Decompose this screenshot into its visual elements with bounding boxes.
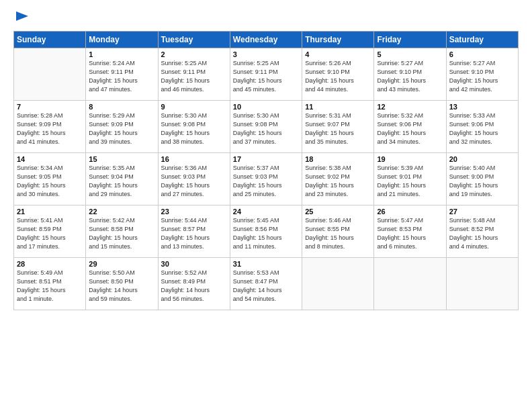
calendar-cell: 3Sunrise: 5:25 AMSunset: 9:11 PMDaylight…	[230, 48, 302, 100]
day-number: 15	[89, 155, 154, 163]
day-info: Sunrise: 5:45 AMSunset: 8:56 PMDaylight:…	[233, 216, 299, 251]
svg-marker-0	[16, 11, 28, 21]
day-number: 30	[161, 260, 227, 268]
calendar-cell: 27Sunrise: 5:48 AMSunset: 8:52 PMDayligh…	[446, 205, 518, 257]
day-info: Sunrise: 5:25 AMSunset: 9:11 PMDaylight:…	[233, 59, 299, 94]
day-number: 31	[233, 260, 299, 268]
calendar-cell: 31Sunrise: 5:53 AMSunset: 8:47 PMDayligh…	[230, 257, 302, 310]
calendar-cell: 2Sunrise: 5:25 AMSunset: 9:11 PMDaylight…	[158, 48, 230, 100]
calendar-cell: 22Sunrise: 5:42 AMSunset: 8:58 PMDayligh…	[86, 205, 158, 257]
calendar-cell: 15Sunrise: 5:35 AMSunset: 9:04 PMDayligh…	[86, 152, 158, 205]
day-number: 11	[305, 103, 371, 111]
calendar-cell: 12Sunrise: 5:32 AMSunset: 9:06 PMDayligh…	[374, 100, 446, 152]
weekday-header-tuesday: Tuesday	[158, 31, 230, 48]
day-info: Sunrise: 5:48 AMSunset: 8:52 PMDaylight:…	[449, 216, 515, 251]
day-number: 26	[377, 208, 443, 216]
logo-arrow-icon	[15, 9, 30, 24]
calendar-cell: 26Sunrise: 5:47 AMSunset: 8:53 PMDayligh…	[374, 205, 446, 257]
day-info: Sunrise: 5:25 AMSunset: 9:11 PMDaylight:…	[161, 59, 227, 94]
calendar-cell: 11Sunrise: 5:31 AMSunset: 9:07 PMDayligh…	[302, 100, 374, 152]
calendar-cell: 25Sunrise: 5:46 AMSunset: 8:55 PMDayligh…	[302, 205, 374, 257]
day-number: 28	[17, 260, 83, 268]
day-number: 1	[89, 50, 154, 58]
day-number: 13	[449, 103, 515, 111]
day-number: 12	[377, 103, 443, 111]
day-info: Sunrise: 5:40 AMSunset: 9:00 PMDaylight:…	[449, 164, 515, 199]
calendar-cell: 20Sunrise: 5:40 AMSunset: 9:00 PMDayligh…	[446, 152, 518, 205]
calendar-cell	[302, 257, 374, 310]
calendar-cell: 19Sunrise: 5:39 AMSunset: 9:01 PMDayligh…	[374, 152, 446, 205]
calendar-cell: 23Sunrise: 5:44 AMSunset: 8:57 PMDayligh…	[158, 205, 230, 257]
calendar-week-row: 14Sunrise: 5:34 AMSunset: 9:05 PMDayligh…	[14, 152, 519, 205]
day-number: 14	[17, 155, 83, 163]
calendar-cell: 29Sunrise: 5:50 AMSunset: 8:50 PMDayligh…	[86, 257, 158, 310]
calendar-week-row: 1Sunrise: 5:24 AMSunset: 9:11 PMDaylight…	[14, 48, 519, 100]
day-info: Sunrise: 5:52 AMSunset: 8:49 PMDaylight:…	[161, 269, 227, 304]
day-info: Sunrise: 5:35 AMSunset: 9:04 PMDaylight:…	[89, 164, 154, 199]
day-number: 8	[89, 103, 154, 111]
day-info: Sunrise: 5:27 AMSunset: 9:10 PMDaylight:…	[377, 59, 443, 94]
calendar-cell: 7Sunrise: 5:28 AMSunset: 9:09 PMDaylight…	[14, 100, 86, 152]
calendar-cell: 28Sunrise: 5:49 AMSunset: 8:51 PMDayligh…	[14, 257, 86, 310]
day-info: Sunrise: 5:39 AMSunset: 9:01 PMDaylight:…	[377, 164, 443, 199]
day-info: Sunrise: 5:26 AMSunset: 9:10 PMDaylight:…	[305, 59, 371, 94]
day-info: Sunrise: 5:29 AMSunset: 9:09 PMDaylight:…	[89, 111, 154, 146]
day-info: Sunrise: 5:41 AMSunset: 8:59 PMDaylight:…	[17, 216, 83, 251]
day-number: 24	[233, 208, 299, 216]
calendar-week-row: 28Sunrise: 5:49 AMSunset: 8:51 PMDayligh…	[14, 257, 519, 310]
day-info: Sunrise: 5:50 AMSunset: 8:50 PMDaylight:…	[89, 269, 154, 304]
day-number: 3	[233, 50, 299, 58]
day-info: Sunrise: 5:24 AMSunset: 9:11 PMDaylight:…	[89, 59, 154, 94]
day-info: Sunrise: 5:47 AMSunset: 8:53 PMDaylight:…	[377, 216, 443, 251]
day-info: Sunrise: 5:46 AMSunset: 8:55 PMDaylight:…	[305, 216, 371, 251]
day-info: Sunrise: 5:32 AMSunset: 9:06 PMDaylight:…	[377, 111, 443, 146]
day-number: 20	[449, 155, 515, 163]
day-info: Sunrise: 5:53 AMSunset: 8:47 PMDaylight:…	[233, 269, 299, 304]
calendar-cell: 30Sunrise: 5:52 AMSunset: 8:49 PMDayligh…	[158, 257, 230, 310]
calendar-cell: 17Sunrise: 5:37 AMSunset: 9:03 PMDayligh…	[230, 152, 302, 205]
day-info: Sunrise: 5:30 AMSunset: 9:08 PMDaylight:…	[161, 111, 227, 146]
page: SundayMondayTuesdayWednesdayThursdayFrid…	[0, 0, 532, 411]
day-number: 2	[161, 50, 227, 58]
day-number: 18	[305, 155, 371, 163]
logo	[13, 12, 30, 26]
calendar-cell	[446, 257, 518, 310]
calendar-cell: 1Sunrise: 5:24 AMSunset: 9:11 PMDaylight…	[86, 48, 158, 100]
calendar-cell: 14Sunrise: 5:34 AMSunset: 9:05 PMDayligh…	[14, 152, 86, 205]
day-number: 29	[89, 260, 154, 268]
weekday-header-monday: Monday	[86, 31, 158, 48]
day-number: 5	[377, 50, 443, 58]
weekday-header-sunday: Sunday	[14, 31, 86, 48]
calendar-cell: 6Sunrise: 5:27 AMSunset: 9:10 PMDaylight…	[446, 48, 518, 100]
weekday-header-saturday: Saturday	[446, 31, 518, 48]
calendar-cell	[14, 48, 86, 100]
calendar-cell: 16Sunrise: 5:36 AMSunset: 9:03 PMDayligh…	[158, 152, 230, 205]
calendar-week-row: 7Sunrise: 5:28 AMSunset: 9:09 PMDaylight…	[14, 100, 519, 152]
day-info: Sunrise: 5:34 AMSunset: 9:05 PMDaylight:…	[17, 164, 83, 199]
day-number: 27	[449, 208, 515, 216]
day-number: 19	[377, 155, 443, 163]
calendar-cell: 24Sunrise: 5:45 AMSunset: 8:56 PMDayligh…	[230, 205, 302, 257]
day-number: 7	[17, 103, 83, 111]
weekday-header-row: SundayMondayTuesdayWednesdayThursdayFrid…	[14, 31, 519, 48]
calendar-cell: 5Sunrise: 5:27 AMSunset: 9:10 PMDaylight…	[374, 48, 446, 100]
weekday-header-thursday: Thursday	[302, 31, 374, 48]
day-info: Sunrise: 5:31 AMSunset: 9:07 PMDaylight:…	[305, 111, 371, 146]
day-info: Sunrise: 5:42 AMSunset: 8:58 PMDaylight:…	[89, 216, 154, 251]
weekday-header-friday: Friday	[374, 31, 446, 48]
calendar-cell: 8Sunrise: 5:29 AMSunset: 9:09 PMDaylight…	[86, 100, 158, 152]
weekday-header-wednesday: Wednesday	[230, 31, 302, 48]
day-info: Sunrise: 5:44 AMSunset: 8:57 PMDaylight:…	[161, 216, 227, 251]
calendar-cell: 21Sunrise: 5:41 AMSunset: 8:59 PMDayligh…	[14, 205, 86, 257]
day-number: 21	[17, 208, 83, 216]
day-info: Sunrise: 5:38 AMSunset: 9:02 PMDaylight:…	[305, 164, 371, 199]
header	[13, 12, 519, 26]
day-number: 16	[161, 155, 227, 163]
day-info: Sunrise: 5:37 AMSunset: 9:03 PMDaylight:…	[233, 164, 299, 199]
day-number: 6	[449, 50, 515, 58]
day-number: 4	[305, 50, 371, 58]
day-number: 22	[89, 208, 154, 216]
calendar-cell	[374, 257, 446, 310]
calendar-cell: 13Sunrise: 5:33 AMSunset: 9:06 PMDayligh…	[446, 100, 518, 152]
day-number: 25	[305, 208, 371, 216]
